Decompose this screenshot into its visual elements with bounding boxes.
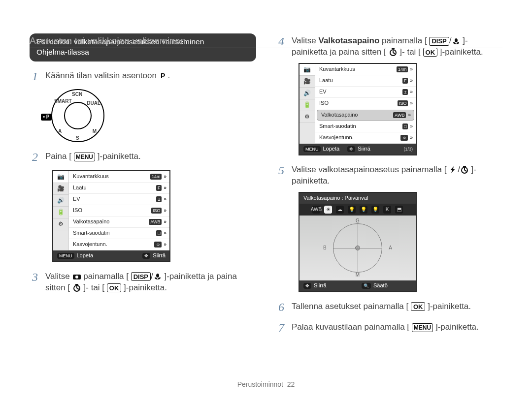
row-value: 14m — [150, 174, 162, 180]
chevron-right-icon: » — [410, 89, 413, 95]
lcd1-footer: MENULopeta ✥Siirrä — [53, 250, 169, 261]
step4-f: ]-painiketta. — [440, 47, 483, 57]
step7-a: Palaa kuvaustilaan painamalla [ — [292, 322, 409, 332]
row-label: Kuvantarkkuus — [73, 173, 109, 180]
timer-icon — [72, 284, 81, 292]
footer-page-num: 22 — [287, 380, 295, 388]
row-label: EV — [319, 88, 327, 95]
chevron-right-icon: » — [164, 196, 166, 203]
row-value: ISO — [151, 208, 162, 214]
step4-b: painamalla [ — [382, 36, 427, 45]
chevron-right-icon: » — [410, 123, 413, 130]
chevron-right-icon: » — [164, 207, 166, 214]
step-5-num: 5 — [276, 162, 287, 178]
tab-video-icon: 🎥 — [53, 183, 68, 195]
list-item: EV±» — [315, 87, 416, 98]
wb-bulb2-icon: 💡 — [360, 206, 367, 214]
step-7: 7 Palaa kuvaustilaan painamalla [ MENU ]… — [276, 320, 502, 336]
step-2-body: Paina [ MENU ]-painiketta. — [45, 149, 256, 162]
macro-flower-icon — [153, 273, 162, 280]
lcd1-list: Kuvantarkkuus14m» LaatuF» EV±» ISOISO» V… — [69, 171, 169, 250]
wb-bulb3-icon: 💡 — [371, 206, 379, 214]
macro-flower-icon — [452, 37, 461, 45]
tab-gear-icon: ⚙ — [299, 111, 315, 123]
right-column: 4 Valitse Valkotasapaino painamalla [ DI… — [276, 30, 502, 341]
list-item: Kuvantarkkuus14m» — [315, 64, 416, 75]
lcd1-tabs: 📷 🎥 🔊 🔋 ⚙ — [53, 171, 69, 250]
step6-b: ]-painiketta. — [428, 302, 471, 311]
step-6-num: 6 — [276, 299, 287, 315]
ok-label: OK — [411, 302, 426, 311]
wb-axis-b: B — [323, 245, 327, 251]
step3-e: ]- tai [ — [84, 283, 105, 292]
wb-footer: ✥Siirrä 🔍Säätö — [299, 280, 416, 291]
row-label: Valkotasapaino — [73, 218, 109, 225]
list-item: LaatuF» — [69, 183, 169, 194]
menu-label: MENU — [412, 323, 433, 332]
row-value: F — [156, 185, 162, 191]
wb-axis-a: A — [389, 245, 392, 251]
row-label: Kasvojentunn. — [319, 134, 354, 141]
svg-point-2 — [75, 276, 78, 278]
step3-b: painamalla [ — [83, 272, 129, 281]
step-3-body: Valitse painamalla [ DISP/ ]-painiketta … — [45, 269, 256, 294]
wb-bulb1-icon: 💡 — [348, 206, 356, 214]
svg-text:P: P — [161, 72, 165, 80]
timer-icon — [389, 48, 398, 56]
row-label: Kuvantarkkuus — [319, 65, 355, 73]
row-value: □ — [156, 230, 162, 236]
p-mode-icon: P — [159, 72, 168, 80]
wb-crosshair — [333, 223, 382, 273]
wb-foot-right: Säätö — [373, 282, 388, 289]
step1-pre: Käännä tilan valitsin asentoon — [45, 71, 159, 80]
timer-icon — [460, 166, 469, 174]
chevron-right-icon: » — [408, 112, 411, 119]
step-2: 2 Paina [ MENU ]-painiketta. — [30, 149, 256, 165]
wb-awb-icon: AWB — [312, 206, 320, 214]
list-item: LaatuF» — [315, 75, 416, 87]
camera-icon — [72, 273, 81, 280]
step-7-num: 7 — [276, 320, 287, 336]
ok-label: OK — [107, 283, 122, 292]
wb-k-icon: K — [383, 206, 391, 214]
step-1: 1 Käännä tilan valitsin asentoon P . — [30, 68, 256, 84]
magnifier-icon: 🔍 — [362, 283, 371, 289]
step4-e: ]- tai [ — [399, 47, 421, 57]
chevron-right-icon: » — [410, 100, 413, 107]
chevron-right-icon: » — [410, 77, 413, 84]
step-7-body: Palaa kuvaustilaan painamalla [ MENU ]-p… — [292, 320, 502, 333]
chevron-right-icon: » — [410, 66, 413, 73]
chevron-right-icon: » — [164, 185, 166, 191]
flash-icon — [449, 166, 458, 174]
wb-axis-m: M — [356, 272, 360, 278]
step3-a: Valitse — [45, 272, 72, 281]
step4-a: Valitse — [292, 36, 319, 45]
dial-top: SCN — [72, 91, 82, 98]
chevron-right-icon: » — [164, 218, 166, 225]
step-4-body: Valitse Valkotasapaino painamalla [ DISP… — [292, 33, 502, 58]
step3-f: ]-painiketta. — [124, 283, 167, 292]
list-item: Kasvojentunn.☺» — [315, 132, 416, 144]
lcd-menu-2: 📷 🎥 🔊 🔋 ⚙ Kuvantarkkuus14m» LaatuF» EV±»… — [299, 63, 417, 155]
dial-inner — [64, 102, 92, 129]
row-label: Smart-suodatin — [73, 229, 110, 237]
list-item: Smart-suodatin□» — [315, 121, 416, 132]
footer-left-label: Lopeta — [77, 252, 94, 259]
tab-battery-icon: 🔋 — [299, 99, 315, 111]
row-label: ISO — [73, 207, 82, 214]
list-item: ValkotasapainoAWB» — [69, 216, 169, 228]
list-item: ISOISO» — [69, 205, 169, 216]
row-label: Smart-suodatin — [319, 123, 356, 130]
menu-label: MENU — [74, 153, 95, 161]
list-item: Kuvantarkkuus14m» — [69, 171, 169, 183]
tab-camera-icon: 📷 — [53, 171, 68, 183]
row-label: Laatu — [319, 77, 333, 84]
step-4: 4 Valitse Valkotasapaino painamalla [ DI… — [276, 33, 502, 58]
lcd-menu-1: 📷 🎥 🔊 🔋 ⚙ Kuvantarkkuus14m» LaatuF» EV±»… — [52, 170, 170, 262]
row-label: Laatu — [73, 184, 87, 191]
dial-r: DUAL — [87, 100, 100, 107]
step-6: 6 Tallenna asetukset painamalla [ OK ]-p… — [276, 299, 502, 315]
tab-battery-icon: 🔋 — [53, 207, 68, 218]
step-1-num: 1 — [30, 68, 40, 84]
joystick-icon: ✥ — [347, 146, 355, 152]
